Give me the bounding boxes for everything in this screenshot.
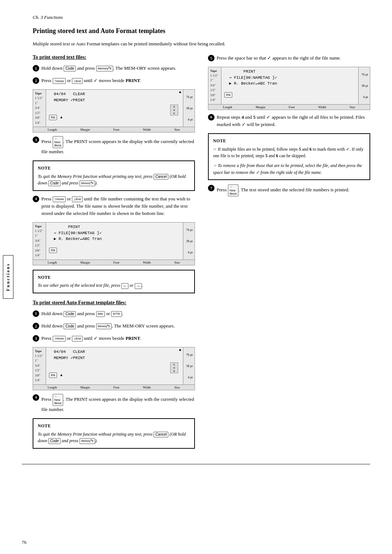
lcd-screen-r1: Tape 1 1/2"1"3/4"1/2"3/8"1/4" PRINT ⇒ FI… [208,67,370,110]
main-title: Printing stored text and Auto Format tem… [33,27,370,35]
lcd-bottom-bar-2: Length Margin Font Width Size [33,260,195,265]
section2-title: To print stored Auto Format template fil… [33,300,195,306]
chapter-header: Ch. 3 Functions [33,15,370,20]
lcd-tape-labels-3: Tape 1 1/2"1"3/4"1/2"3/8"1/4" [33,347,46,384]
step-num-2-2: 2 [33,323,39,329]
step-5-text: Press the space bar so that ✓ appears to… [217,54,370,62]
step-num-6: 6 [208,114,215,121]
step-7-text: Press ←NewBlock. The text stored under t… [217,184,370,196]
down-end-key-2-3: ↓End [72,336,82,342]
note-box-1: NOTE To quit the Memory Print function w… [33,160,195,191]
step-2-text: Press ↑Home or ↓End until ✓ moves beside… [41,77,195,84]
lcd-pts-2: 76 pt 38 pt 4 pt [183,223,195,260]
left-column: To print stored text files: 1 Hold down … [33,54,195,453]
cancel-key-3: Cancel [154,432,168,437]
step-num-1: 1 [33,65,39,72]
mem-key-note1: Memory*8 [79,180,95,186]
lcd-screen-2: Tape 1 1/2"1"3/4"1/2"3/8"1/4" PRINT ⇒ FI… [33,222,195,265]
step-num-7: 7 [208,185,215,191]
step-num-2-3: 3 [33,335,39,342]
code-key-2-1: Code [64,311,76,317]
mem-key-note3: Memory*8 [79,438,95,444]
lcd-content-r1: PRINT ⇒ FILE[00:NAMETAG ]✓ ▶ R. Becker↵A… [221,67,358,104]
ins-key-r1: Ins [224,92,232,98]
up-home-key: ↑Home [53,78,66,84]
step-2-1-text: Hold down Code and press 6AV or 87TE. [41,310,195,317]
step-2-4: 4 Press ←NewBlock. The PRINT screen appe… [33,394,195,413]
step-num-4: 4 [33,196,39,202]
lcd-content-3: ■ 04/04 CLEAR MEMORY ✓PRINT Ins ▲ ≡≡≡ [46,347,183,384]
step-2-3: 3 Press ↑Home or ↓End until ✓ moves besi… [33,335,195,342]
step-2-1: 1 Hold down Code and press 6AV or 87TE. [33,310,195,317]
step-2: 2 Press ↑Home or ↓End until ✓ moves besi… [33,77,195,84]
section1-title: To print stored text files: [33,54,195,60]
step-4-text: Press ↑Home or ↓End until the file numbe… [41,195,195,217]
step-1: 1 Hold down Code and press Memory*8. The… [33,65,195,72]
step-num-3: 3 [33,137,39,143]
step-num-5: 5 [208,55,215,61]
note-box-3: NOTE To quit the Memory Print function w… [33,418,195,449]
step-1-text: Hold down Code and press Memory*8. The M… [41,65,195,72]
step-6: 6 Repeat steps 4 and 5 until ✓ appears t… [208,114,370,128]
newblock-key-7: ←NewBlock [228,184,239,196]
8TE-key: 87TE [111,311,122,317]
lcd-screen-1: Tape 1 1/2"1"3/4"1/2"3/8"1/4" ■ 04/04 CL… [33,89,195,133]
step-num-2-1: 1 [33,310,39,317]
lcd-pts-3: 76 pt 38 pt 4 pt [183,347,195,384]
code-key: Code [64,66,76,72]
left-arrow-key: ← [121,283,128,289]
code-key-note3: Code [48,438,61,444]
intro-text: Multiple stored text or Auto Format temp… [33,40,370,48]
right-column: 5 Press the space bar so that ✓ appears … [208,54,370,453]
lcd-tape-labels-2: Tape 1 1/2"1"3/4"1/2"3/8"1/4" [33,223,46,260]
note-box-2: NOTE To see other parts of the selected … [33,270,195,293]
lcd-bottom-bar-3: Length Margin Font Width Size [33,384,195,390]
step-3-text: Press ←NewBlock. The PRINT screen appear… [41,136,195,155]
up-home-key-4: ↑Home [53,196,66,202]
lcd-content-2: PRINT ⇒ FILE[00:NAMETAG ]✓ ▶ R. Becker↵A… [46,223,183,260]
lcd-screen-3: Tape 1 1/2"1"3/4"1/2"3/8"1/4" ■ 04/04 CL… [33,347,195,390]
ins-key-3: Ins [49,372,57,378]
step-2-2-text: Hold down Code and press Memory*8. The M… [41,322,195,330]
mem-key-2-2: Memory*8 [96,323,112,329]
step-2-2: 2 Hold down Code and press Memory*8. The… [33,322,195,330]
up-home-key-2-3: ↑Home [53,336,66,342]
newblock-key-3: ←NewBlock [53,136,64,148]
lcd-tape-labels-1: Tape 1 1/2"1"3/4"1/2"3/8"1/4" [33,90,46,127]
page: Functions Ch. 3 Functions Printing store… [0,0,392,554]
step-num-2-4: 4 [33,394,39,401]
step-2-3-text: Press ↑Home or ↓End until ✓ moves beside… [41,335,195,342]
ins-key: Ins [49,115,57,120]
lcd-pts-r1: 76 pt 38 pt 4 pt [358,67,370,104]
step-3: 3 Press ←NewBlock. The PRINT screen appe… [33,136,195,155]
step-num-2: 2 [33,77,39,84]
page-number: 76 [22,539,26,545]
down-end-key-4: ↓End [72,196,82,202]
right-arrow-key: → [135,283,142,289]
memory-key: Memory*8 [96,66,113,72]
step-2-4-text: Press ←NewBlock. The PRINT screen appear… [41,394,195,413]
lcd-bottom-bar-1: Length Margin Font Width Size [33,127,195,132]
newblock-key-2-4: ←NewBlock [53,394,64,406]
step-4: 4 Press ↑Home or ↓End until the file num… [33,195,195,217]
6av-key: 6AV [96,311,105,317]
down-end-key: ↓End [72,78,82,84]
lcd-bottom-bar-r1: Length Margin Font Width Size [208,104,370,110]
code-key-note1: Code [48,180,61,186]
ins-key-2: Ins [49,248,57,253]
note-box-r1: NOTE ☞ If multiple files are to be print… [208,133,370,180]
lcd-pts-1: 76 pt 38 pt 4 pt [183,90,195,127]
step-5: 5 Press the space bar so that ✓ appears … [208,54,370,62]
step-7: 7 Press ←NewBlock. The text stored under… [208,184,370,196]
cancel-key-1: Cancel [154,174,168,180]
lcd-content-1: ■ 04/04 CLEAR MEMORY ✓PRINT Ins ▲ ≡≡≡ [46,90,183,127]
bottom-divider [22,464,370,464]
step-6-text: Repeat steps 4 and 5 until ✓ appears to … [217,114,370,128]
sidebar-functions-label: Functions [3,255,13,299]
lcd-tape-labels-r1: Tape 1 1/2"1"3/4"1/2"3/8"1/4" [208,67,221,104]
code-key-2-2: Code [64,323,76,329]
